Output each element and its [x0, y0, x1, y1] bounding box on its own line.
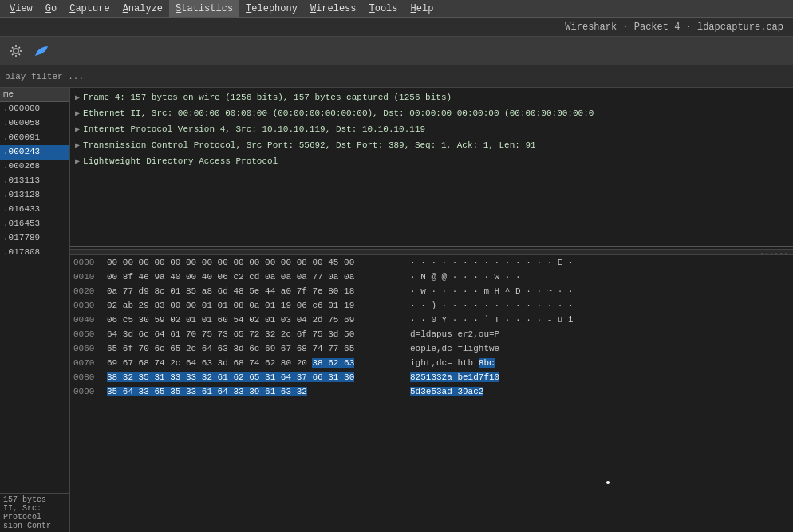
hex-row-0080[interactable]: 0080 38 32 35 31 33 33 32 61 62 65 31 64…	[70, 370, 793, 384]
expand-arrow: ▶	[75, 124, 80, 134]
hex-ascii: ight,dc= htb 8bc	[410, 358, 790, 368]
detail-text: Ethernet II, Src: 00:00:00_00:00:00 (00:…	[83, 108, 594, 118]
hex-row-0010[interactable]: 0010 00 8f 4e 9a 40 00 40 06 c2 cd 0a 0a…	[70, 270, 793, 284]
packet-row[interactable]: .017808	[0, 246, 69, 260]
hex-separator: ......	[70, 249, 793, 255]
menu-wireless[interactable]: Wireless	[304, 0, 363, 17]
packet-row[interactable]: .000091	[0, 131, 69, 145]
hex-offset: 0080	[73, 372, 107, 382]
packet-row[interactable]: .013128	[0, 188, 69, 203]
detail-row-frame[interactable]: ▶ Frame 4: 157 bytes on wire (1256 bits)…	[70, 89, 793, 105]
packet-row[interactable]: .016453	[0, 217, 69, 231]
hex-offset: 0000	[73, 258, 107, 267]
toolbar	[0, 37, 793, 65]
hex-ascii: · w · · · · · m H ^ D · · ~ · ·	[410, 286, 790, 296]
menubar: View Go Capture Analyze Statistics Telep…	[0, 0, 793, 18]
hex-row-0060[interactable]: 0060 65 6f 70 6c 65 2c 64 63 3d 6c 69 67…	[70, 341, 793, 356]
hex-offset: 0010	[73, 272, 107, 282]
detail-text: Frame 4: 157 bytes on wire (1256 bits), …	[83, 93, 452, 102]
packet-detail: ▶ Frame 4: 157 bytes on wire (1256 bits)…	[70, 88, 793, 247]
hex-bytes: 35 64 33 65 35 33 61 64 33 39 61 63 32	[107, 387, 410, 396]
right-panel: ▶ Frame 4: 157 bytes on wire (1256 bits)…	[70, 88, 793, 532]
menu-statistics[interactable]: Statistics	[169, 0, 239, 17]
detail-text: Lightweight Directory Access Protocol	[83, 156, 278, 166]
hex-bytes: 02 ab 29 83 00 00 01 01 08 0a 01 19 06 c…	[107, 301, 410, 310]
hex-ascii: · · 0 Y · · · ` T · · · · - u i	[410, 315, 790, 325]
expand-arrow: ▶	[75, 156, 80, 166]
hex-offset: 0090	[73, 387, 107, 396]
hex-offset: 0070	[73, 358, 107, 368]
status-line: sion Contr	[3, 522, 66, 530]
filter-label: play filter ...	[5, 72, 84, 81]
menu-go[interactable]: Go	[39, 0, 63, 17]
menu-view[interactable]: View	[3, 0, 39, 17]
hex-ascii: · N @ @ · · · · w · ·	[410, 272, 790, 282]
hex-dump: ...... 0000 00 00 00 00 00 00 00 00 00 0…	[70, 247, 793, 532]
main-layout: me .000000 .000058 .000091 .000243 .0002…	[0, 88, 793, 532]
shark-fin-icon[interactable]	[30, 40, 53, 62]
hex-bytes: 38 32 35 31 33 33 32 61 62 65 31 64 37 6…	[107, 372, 410, 382]
cursor	[606, 481, 610, 484]
hex-ascii: eople,dc =lightwe	[410, 344, 790, 353]
menu-help[interactable]: Help	[404, 0, 440, 17]
hex-ascii: · · ) · · · · · · · · · · · · ·	[410, 301, 790, 310]
packet-row[interactable]: .000058	[0, 116, 69, 131]
detail-row-tcp[interactable]: ▶ Transmission Control Protocol, Src Por…	[70, 137, 793, 153]
hex-offset: 0040	[73, 315, 107, 325]
hex-ascii: d=ldapus er2,ou=P	[410, 329, 790, 339]
hex-row-0040[interactable]: 0040 06 c5 30 59 02 01 01 60 54 02 01 03…	[70, 313, 793, 327]
detail-row-ethernet[interactable]: ▶ Ethernet II, Src: 00:00:00_00:00:00 (0…	[70, 105, 793, 121]
separator-dots: ......	[759, 248, 788, 257]
hex-bytes: 69 67 68 74 2c 64 63 3d 68 74 62 80 20 3…	[107, 358, 410, 368]
detail-row-ip[interactable]: ▶ Internet Protocol Version 4, Src: 10.1…	[70, 121, 793, 137]
hex-bytes: 00 00 00 00 00 00 00 00 00 00 00 00 08 0…	[107, 258, 410, 267]
hex-ascii: 5d3e53ad 39ac2	[410, 387, 790, 396]
detail-text: Transmission Control Protocol, Src Port:…	[83, 140, 536, 150]
settings-icon[interactable]	[5, 40, 27, 62]
status-line: II, Src:	[3, 504, 66, 513]
hex-offset: 0060	[73, 344, 107, 353]
expand-arrow: ▶	[75, 108, 80, 118]
status-line: Protocol	[3, 513, 66, 522]
detail-text: Internet Protocol Version 4, Src: 10.10.…	[83, 124, 425, 134]
menu-capture[interactable]: Capture	[63, 0, 116, 17]
hex-row-0090[interactable]: 0090 35 64 33 65 35 33 61 64 33 39 61 63…	[70, 384, 793, 399]
title-text: Wireshark · Packet 4 · ldapcapture.cap	[565, 22, 783, 33]
titlebar: Wireshark · Packet 4 · ldapcapture.cap	[0, 18, 793, 37]
hex-offset: 0050	[73, 329, 107, 339]
detail-row-ldap[interactable]: ▶ Lightweight Directory Access Protocol	[70, 153, 793, 169]
hex-bytes: 06 c5 30 59 02 01 01 60 54 02 01 03 04 2…	[107, 315, 410, 325]
packet-list: me .000000 .000058 .000091 .000243 .0002…	[0, 88, 70, 532]
menu-analyze[interactable]: Analyze	[116, 0, 169, 17]
packet-row[interactable]: .016433	[0, 203, 69, 217]
svg-point-0	[14, 49, 18, 53]
packet-row[interactable]: .017789	[0, 231, 69, 246]
hex-row-0020[interactable]: 0020 0a 77 d9 8c 01 85 a8 6d 48 5e 44 a0…	[70, 284, 793, 298]
hex-row-0070[interactable]: 0070 69 67 68 74 2c 64 63 3d 68 74 62 80…	[70, 356, 793, 370]
packet-list-header: me	[0, 88, 69, 102]
menu-telephony[interactable]: Telephony	[239, 0, 304, 17]
hex-offset: 0030	[73, 301, 107, 310]
hex-bytes: 00 8f 4e 9a 40 00 40 06 c2 cd 0a 0a 0a 7…	[107, 272, 410, 282]
menu-tools[interactable]: Tools	[363, 0, 404, 17]
status-bar: 157 bytes II, Src: Protocol sion Contr	[0, 493, 69, 532]
hex-ascii: · · · · · · · · · · · · · · E ·	[410, 258, 790, 267]
filterbar: play filter ...	[0, 65, 793, 88]
hex-row-0050[interactable]: 0050 64 3d 6c 64 61 70 75 73 65 72 32 2c…	[70, 327, 793, 341]
expand-arrow: ▶	[75, 140, 80, 150]
packet-row[interactable]: .000000	[0, 102, 69, 116]
hex-bytes: 0a 77 d9 8c 01 85 a8 6d 48 5e 44 a0 7f 7…	[107, 286, 410, 296]
hex-row-0000[interactable]: 0000 00 00 00 00 00 00 00 00 00 00 00 00…	[70, 255, 793, 270]
hex-offset: 0020	[73, 286, 107, 296]
hex-row-0030[interactable]: 0030 02 ab 29 83 00 00 01 01 08 0a 01 19…	[70, 298, 793, 313]
status-line: 157 bytes	[3, 495, 66, 504]
packet-row[interactable]: .000268	[0, 160, 69, 174]
hex-ascii: 8251332a be1d7f10	[410, 372, 790, 382]
packet-row[interactable]: .013113	[0, 174, 69, 188]
hex-bytes: 64 3d 6c 64 61 70 75 73 65 72 32 2c 6f 7…	[107, 329, 410, 339]
hex-bytes: 65 6f 70 6c 65 2c 64 63 3d 6c 69 67 68 7…	[107, 344, 410, 353]
packet-row-selected[interactable]: .000243	[0, 145, 69, 160]
expand-arrow: ▶	[75, 93, 80, 102]
